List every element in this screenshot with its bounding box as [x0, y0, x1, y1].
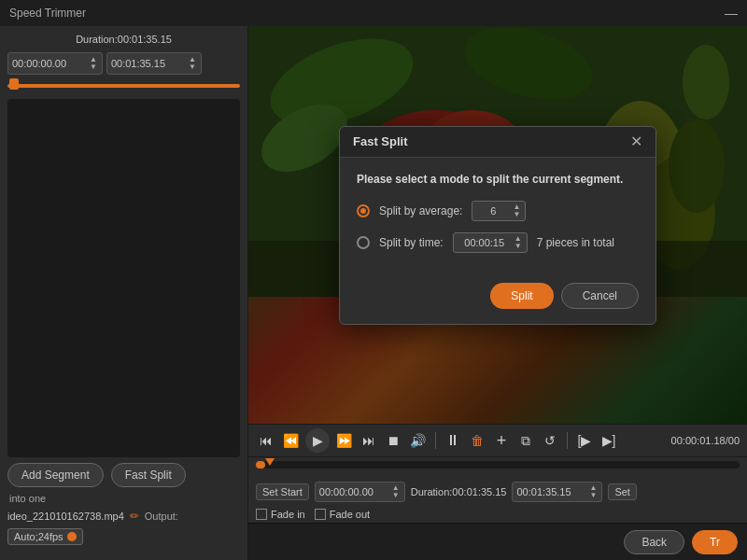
modal-body: Please select a mode to split the curren… — [340, 158, 655, 283]
seg-end-time-wrap[interactable]: ▲ ▼ — [512, 482, 602, 502]
progress-bar-area — [7, 82, 240, 90]
end-time-wrap[interactable]: ▲ ▼ — [106, 52, 202, 75]
output-select[interactable]: Auto;24fps — [7, 528, 83, 545]
progress-bar[interactable] — [7, 84, 240, 88]
ctrl-separator-1 — [435, 432, 436, 449]
start-time-spinner[interactable]: ▲ ▼ — [89, 56, 98, 71]
video-area: Fast Split ✕ Please select a mode to spl… — [248, 26, 747, 424]
file-name: ideo_221010162738.mp4 — [7, 511, 124, 522]
split-time-input-wrap[interactable]: ▲ ▼ — [453, 232, 528, 253]
fade-in-option[interactable]: Fade in — [256, 509, 305, 520]
fade-out-option[interactable]: Fade out — [315, 509, 370, 520]
stop-button[interactable]: ⏹ — [383, 430, 403, 451]
split-time-radio[interactable] — [357, 236, 370, 249]
edit-icon[interactable]: ✏ — [130, 510, 139, 523]
output-label: Output: — [145, 511, 178, 522]
end-time-spinner[interactable]: ▲ ▼ — [188, 56, 197, 71]
controls-bar: ⏮ ⏪ ▶ ⏩ ⏭ ⏹ 🔊 ⏸ 🗑 + ⧉ ↺ [▶ ▶] 00:00:01.1… — [248, 424, 747, 457]
split-cancel-button[interactable]: Cancel — [561, 283, 639, 309]
timeline-area[interactable] — [248, 457, 747, 476]
play-button[interactable]: ▶ — [305, 428, 330, 453]
mark-in-button[interactable]: [▶ — [574, 430, 595, 451]
mark-out-button[interactable]: ▶] — [599, 430, 619, 451]
left-bottom: Add Segment Fast Split into one ideo_221… — [7, 463, 240, 553]
start-time-down[interactable]: ▼ — [89, 63, 98, 71]
split-average-radio[interactable] — [357, 204, 370, 217]
merge-label: into one — [7, 493, 240, 504]
modal-footer: Split Cancel — [340, 283, 655, 324]
left-panel: Duration:00:01:35.15 ▲ ▼ ▲ ▼ — [0, 26, 247, 560]
segment-controls-area: Set Start ▲ ▼ Duration:00:01:35.15 ▲ ▼ — [248, 476, 747, 523]
trim-button[interactable]: Tr — [692, 530, 738, 554]
ctrl-separator-2 — [567, 432, 568, 449]
rewind-button[interactable]: ⏪ — [280, 430, 302, 451]
start-time-wrap[interactable]: ▲ ▼ — [7, 52, 103, 75]
time-inputs-row: ▲ ▼ ▲ ▼ — [7, 52, 240, 75]
output-indicator — [67, 532, 77, 541]
segment-buttons-row: Add Segment Fast Split — [7, 463, 240, 487]
split-time-spinner[interactable]: ▲ ▼ — [514, 235, 523, 250]
modal-header: Fast Split ✕ — [340, 127, 655, 158]
seg-start-spinner[interactable]: ▲ ▼ — [391, 484, 401, 499]
duration-display: Duration:00:01:35.15 — [7, 34, 240, 45]
split-time-label: Split by time: — [379, 236, 444, 249]
main-layout: Duration:00:01:35.15 ▲ ▼ ▲ ▼ — [0, 26, 747, 560]
fade-in-checkbox[interactable] — [256, 509, 267, 520]
left-thumbnail — [7, 99, 240, 457]
seg-end-time-input[interactable] — [516, 486, 586, 497]
fade-in-label: Fade in — [271, 509, 305, 520]
progress-marker[interactable] — [9, 78, 19, 90]
minimize-btn[interactable]: — — [725, 6, 738, 21]
volume-button[interactable]: 🔊 — [407, 430, 429, 451]
title-bar-controls: — — [725, 6, 738, 21]
seg-start-time-input[interactable] — [319, 486, 389, 497]
app-title: Speed Trimmer — [9, 7, 86, 20]
split-average-spinner[interactable]: ▲ ▼ — [512, 203, 521, 218]
modal-close-button[interactable]: ✕ — [630, 134, 642, 149]
fast-split-modal: Fast Split ✕ Please select a mode to spl… — [339, 126, 656, 325]
end-time-down[interactable]: ▼ — [188, 63, 197, 71]
split-average-input-wrap[interactable]: ▲ ▼ — [472, 201, 526, 221]
split-average-label: Split by average: — [379, 204, 462, 217]
title-bar: Speed Trimmer — — [0, 0, 747, 26]
add-button[interactable]: + — [491, 430, 512, 451]
fade-options-row: Fade in Fade out — [256, 506, 740, 523]
refresh-button[interactable]: ↺ — [540, 430, 560, 451]
split-time-down[interactable]: ▼ — [514, 243, 523, 250]
skip-start-button[interactable]: ⏮ — [256, 430, 276, 451]
split-by-average-option: Split by average: ▲ ▼ — [357, 201, 639, 221]
end-time-input[interactable] — [111, 58, 186, 69]
split-confirm-button[interactable]: Split — [490, 283, 553, 309]
seg-end-spinner[interactable]: ▲ ▼ — [588, 484, 598, 499]
timeline-track[interactable] — [256, 461, 740, 469]
modal-prompt: Please select a mode to split the curren… — [357, 173, 639, 186]
output-value: Auto;24fps — [14, 531, 63, 542]
start-time-input[interactable] — [12, 58, 87, 69]
pause-segments-button[interactable]: ⏸ — [443, 430, 463, 451]
seg-end-down[interactable]: ▼ — [588, 492, 598, 499]
seg-start-down[interactable]: ▼ — [391, 492, 401, 499]
delete-button[interactable]: 🗑 — [467, 430, 487, 451]
split-time-input[interactable] — [458, 237, 512, 248]
file-info-row: ideo_221010162738.mp4 ✏ Output: Auto;24f… — [7, 510, 240, 545]
split-average-down[interactable]: ▼ — [512, 211, 521, 218]
set-start-button[interactable]: Set Start — [256, 483, 309, 500]
fade-out-label: Fade out — [330, 509, 370, 520]
modal-title: Fast Split — [353, 134, 408, 148]
seg-duration-display: Duration:00:01:35.15 — [411, 486, 507, 497]
segment-info-row: Set Start ▲ ▼ Duration:00:01:35.15 ▲ ▼ — [256, 478, 740, 506]
bottom-navigation: Back Tr — [248, 523, 747, 560]
seg-start-time-wrap[interactable]: ▲ ▼ — [315, 482, 405, 502]
split-by-time-option: Split by time: ▲ ▼ 7 pieces in total — [357, 232, 639, 253]
copy-button[interactable]: ⧉ — [515, 430, 536, 451]
set-end-button[interactable]: Set — [608, 483, 637, 500]
skip-end-button[interactable]: ⏭ — [359, 430, 379, 451]
fast-split-button[interactable]: Fast Split — [111, 463, 186, 487]
pieces-count: 7 pieces in total — [537, 236, 614, 249]
fast-forward-button[interactable]: ⏩ — [333, 430, 355, 451]
add-segment-button[interactable]: Add Segment — [7, 463, 104, 487]
right-panel: Fast Split ✕ Please select a mode to spl… — [248, 26, 747, 560]
split-average-input[interactable] — [476, 205, 510, 217]
back-button[interactable]: Back — [624, 530, 684, 554]
fade-out-checkbox[interactable] — [315, 509, 326, 520]
